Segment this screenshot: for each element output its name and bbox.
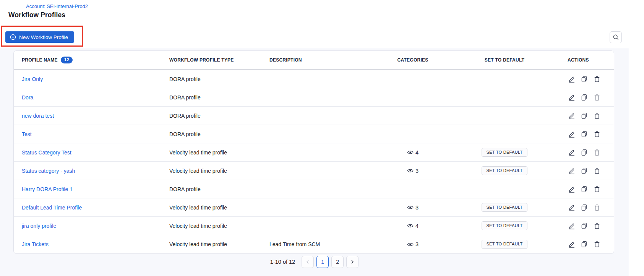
pagination-page-2-button[interactable]: 2: [331, 256, 344, 268]
clone-button[interactable]: [581, 167, 588, 174]
set-to-default-cell: SET TO DEFAULT: [441, 240, 568, 248]
chevron-left-icon: [305, 259, 311, 265]
clone-button[interactable]: [581, 131, 588, 138]
profile-name-link[interactable]: Harry DORA Profile 1: [22, 186, 73, 192]
edit-button[interactable]: [568, 222, 575, 229]
column-header-actions: ACTIONS: [568, 57, 614, 63]
clone-copy-icon: [581, 112, 588, 119]
table-row: new dora test DORA profile: [14, 107, 614, 125]
new-workflow-profile-button[interactable]: New Workflow Profile: [5, 31, 74, 43]
profile-name-link[interactable]: Jira Tickets: [22, 241, 49, 247]
actions-cell: [568, 112, 614, 119]
edit-pencil-icon: [568, 76, 575, 83]
profile-type-cell: Velocity lead time profile: [169, 149, 269, 156]
eye-icon: [407, 205, 414, 210]
actions-cell: [568, 167, 614, 174]
delete-button[interactable]: [594, 167, 600, 174]
profile-type-cell: Velocity lead time profile: [169, 205, 269, 211]
categories-count: 4: [415, 223, 419, 229]
profile-name-link[interactable]: Default Lead Time Profile: [22, 205, 82, 211]
profile-name-link[interactable]: Jira Only: [22, 76, 43, 82]
delete-button[interactable]: [594, 241, 600, 248]
clone-copy-icon: [581, 76, 588, 83]
table-row: Jira Only DORA profile: [14, 70, 614, 88]
clone-button[interactable]: [581, 204, 588, 211]
edit-button[interactable]: [568, 241, 575, 248]
edit-pencil-icon: [568, 186, 575, 193]
edit-button[interactable]: [568, 76, 575, 83]
clone-copy-icon: [581, 241, 588, 248]
table-row: Harry DORA Profile 1 DORA profile: [14, 180, 614, 198]
trash-delete-icon: [594, 222, 600, 229]
clone-copy-icon: [581, 222, 588, 229]
profile-name-cell: Jira Tickets: [22, 241, 169, 248]
edit-button[interactable]: [568, 112, 575, 119]
search-button[interactable]: [610, 31, 622, 43]
delete-button[interactable]: [594, 94, 600, 101]
actions-cell: [568, 94, 614, 101]
pagination-prev-button[interactable]: [302, 256, 314, 268]
edit-button[interactable]: [568, 204, 575, 211]
profile-name-link[interactable]: Status category - yash: [22, 168, 75, 174]
set-to-default-badge: SET TO DEFAULT: [482, 148, 527, 157]
table-row: jira only profile Velocity lead time pro…: [14, 217, 614, 235]
pagination-page-1-button[interactable]: 1: [316, 256, 329, 268]
edit-pencil-icon: [568, 131, 575, 138]
edit-button[interactable]: [568, 186, 575, 193]
trash-delete-icon: [594, 149, 600, 156]
clone-button[interactable]: [581, 76, 588, 83]
clone-button[interactable]: [581, 186, 588, 193]
profile-name-cell: Test: [22, 131, 169, 138]
page-header: Account: SEI-Internal-Prod2 Workflow Pro…: [0, 0, 629, 24]
clone-button[interactable]: [581, 149, 588, 156]
profile-name-link[interactable]: jira only profile: [22, 223, 56, 229]
column-header-set-to-default: SET TO DEFAULT: [441, 57, 568, 63]
actions-cell: [568, 149, 614, 156]
set-to-default-cell: SET TO DEFAULT: [441, 203, 568, 212]
profile-name-link[interactable]: new dora test: [22, 113, 54, 119]
profile-type-cell: DORA profile: [169, 131, 269, 137]
delete-button[interactable]: [594, 204, 600, 211]
edit-button[interactable]: [568, 94, 575, 101]
edit-button[interactable]: [568, 149, 575, 156]
delete-button[interactable]: [594, 112, 600, 119]
profile-name-cell: Status Category Test: [22, 149, 169, 156]
description-cell: Lead Time from SCM: [269, 241, 384, 247]
page-title: Workflow Profiles: [8, 11, 629, 19]
edit-button[interactable]: [568, 167, 575, 174]
clone-button[interactable]: [581, 241, 588, 248]
profile-name-cell: Default Lead Time Profile: [22, 204, 169, 211]
categories-count: 3: [415, 168, 419, 174]
clone-button[interactable]: [581, 112, 588, 119]
delete-button[interactable]: [594, 222, 600, 229]
trash-delete-icon: [594, 112, 600, 119]
edit-pencil-icon: [568, 204, 575, 211]
column-header-categories: CATEGORIES: [384, 57, 441, 63]
delete-button[interactable]: [594, 149, 600, 156]
edit-button[interactable]: [568, 131, 575, 138]
clone-button[interactable]: [581, 222, 588, 229]
edit-pencil-icon: [568, 94, 575, 101]
profile-name-header-label: PROFILE NAME: [22, 57, 58, 63]
workflow-profiles-page: Account: SEI-Internal-Prod2 Workflow Pro…: [0, 0, 629, 276]
profile-type-cell: Velocity lead time profile: [169, 168, 269, 174]
delete-button[interactable]: [594, 76, 600, 83]
delete-button[interactable]: [594, 131, 600, 138]
pagination-next-button[interactable]: [346, 256, 358, 268]
content-area: PROFILE NAME 12 WORKFLOW PROFILE TYPE DE…: [0, 48, 629, 276]
clone-button[interactable]: [581, 94, 588, 101]
chevron-right-icon: [349, 259, 355, 265]
categories-cell: 3: [384, 205, 441, 211]
eye-icon: [407, 168, 414, 173]
clone-copy-icon: [581, 149, 588, 156]
row-count-badge: 12: [61, 57, 73, 63]
account-breadcrumb-link[interactable]: Account: SEI-Internal-Prod2: [26, 3, 629, 9]
categories-cell: 4: [384, 149, 441, 156]
actions-cell: [568, 222, 614, 229]
column-header-profile-name: PROFILE NAME 12: [22, 57, 169, 63]
profile-name-link[interactable]: Test: [22, 131, 32, 137]
delete-button[interactable]: [594, 186, 600, 193]
profile-name-cell: Harry DORA Profile 1: [22, 186, 169, 193]
profile-name-link[interactable]: Dora: [22, 94, 33, 101]
profile-name-link[interactable]: Status Category Test: [22, 149, 71, 156]
